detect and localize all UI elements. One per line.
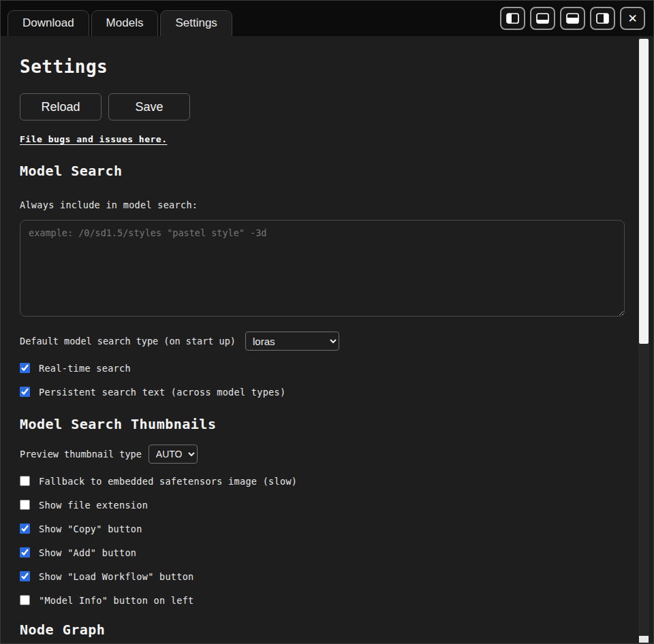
app-window: Download Models Settings bbox=[0, 0, 654, 644]
model-search-heading: Model Search bbox=[20, 163, 622, 179]
fallback-safetensors-label: Fallback to embedded safetensors image (… bbox=[39, 476, 297, 487]
panel-right-icon bbox=[596, 13, 609, 24]
show-load-workflow-label: Show "Load Workflow" button bbox=[39, 571, 194, 582]
close-icon: ✕ bbox=[627, 13, 637, 25]
persistent-search-label: Persistent search text (across model typ… bbox=[39, 387, 285, 398]
file-bugs-link[interactable]: File bugs and issues here. bbox=[20, 134, 168, 144]
default-search-type-select[interactable]: loras bbox=[245, 332, 339, 351]
realtime-search-checkbox[interactable] bbox=[20, 363, 30, 373]
always-include-textarea[interactable] bbox=[20, 220, 625, 317]
show-copy-button-checkbox[interactable] bbox=[20, 524, 30, 534]
page-title: Settings bbox=[20, 57, 622, 77]
preview-thumbnail-select[interactable]: AUTO bbox=[149, 445, 198, 464]
preview-thumbnail-label: Preview thumbnail type bbox=[20, 449, 142, 460]
settings-panel: Settings Reload Save File bugs and issue… bbox=[1, 36, 653, 643]
panel-bottom-icon bbox=[536, 13, 549, 24]
default-search-type-label: Default model search type (on start up) bbox=[20, 336, 236, 347]
panel-bottom-large-button[interactable] bbox=[560, 7, 585, 30]
show-add-button-row[interactable]: Show "Add" button bbox=[20, 546, 622, 559]
show-add-button-checkbox[interactable] bbox=[20, 547, 30, 558]
panel-bottom-button[interactable] bbox=[530, 7, 555, 30]
show-copy-button-label: Show "Copy" button bbox=[39, 524, 142, 534]
model-info-left-label: "Model Info" button on left bbox=[39, 595, 194, 606]
show-load-workflow-row[interactable]: Show "Load Workflow" button bbox=[20, 570, 622, 583]
show-file-extension-checkbox[interactable] bbox=[20, 500, 30, 510]
show-add-button-label: Show "Add" button bbox=[39, 547, 136, 558]
show-file-extension-row[interactable]: Show file extension bbox=[20, 498, 622, 511]
reload-button[interactable]: Reload bbox=[20, 93, 102, 120]
preview-thumbnail-row: Preview thumbnail type AUTO bbox=[20, 445, 622, 464]
panel-left-button[interactable] bbox=[500, 7, 525, 30]
scrollbar-corner bbox=[639, 636, 649, 643]
save-button[interactable]: Save bbox=[108, 93, 190, 120]
vertical-scrollbar-thumb[interactable] bbox=[639, 39, 649, 344]
node-graph-heading: Node Graph bbox=[20, 622, 622, 638]
panel-left-icon bbox=[506, 13, 519, 24]
persistent-search-checkbox[interactable] bbox=[20, 387, 30, 397]
panel-bottom-large-icon bbox=[566, 13, 579, 24]
always-include-label: Always include in model search: bbox=[20, 199, 622, 210]
model-info-left-row[interactable]: "Model Info" button on left bbox=[20, 594, 622, 607]
window-actions: ✕ bbox=[500, 7, 645, 36]
show-copy-button-row[interactable]: Show "Copy" button bbox=[20, 522, 622, 535]
realtime-search-row[interactable]: Real-time search bbox=[20, 361, 622, 374]
fallback-safetensors-checkbox[interactable] bbox=[20, 476, 30, 486]
show-file-extension-label: Show file extension bbox=[39, 500, 148, 511]
fallback-safetensors-row[interactable]: Fallback to embedded safetensors image (… bbox=[20, 474, 622, 487]
realtime-search-label: Real-time search bbox=[39, 363, 131, 374]
tab-settings[interactable]: Settings bbox=[160, 10, 232, 36]
tab-download[interactable]: Download bbox=[7, 10, 89, 36]
default-search-type-row: Default model search type (on start up) … bbox=[20, 332, 622, 351]
panel-right-button[interactable] bbox=[590, 7, 615, 30]
show-load-workflow-checkbox[interactable] bbox=[20, 571, 30, 581]
persistent-search-row[interactable]: Persistent search text (across model typ… bbox=[20, 385, 622, 398]
tab-models[interactable]: Models bbox=[91, 10, 159, 36]
model-info-left-checkbox[interactable] bbox=[20, 595, 30, 605]
tab-strip: Download Models Settings bbox=[7, 10, 232, 36]
tab-bar: Download Models Settings bbox=[1, 1, 653, 36]
close-button[interactable]: ✕ bbox=[620, 7, 645, 30]
thumbnails-heading: Model Search Thumbnails bbox=[20, 416, 622, 432]
vertical-scrollbar-track[interactable] bbox=[638, 37, 649, 643]
settings-actions: Reload Save bbox=[20, 93, 622, 120]
